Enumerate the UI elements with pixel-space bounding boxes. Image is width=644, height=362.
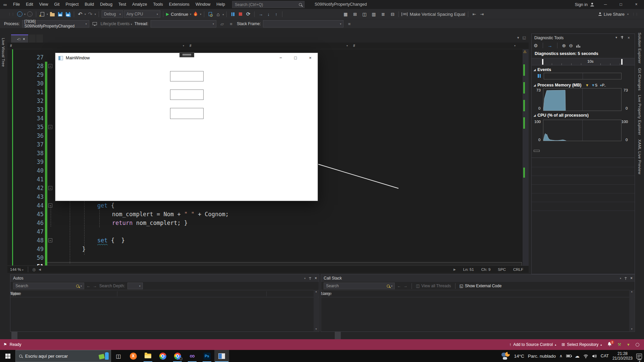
bottom-tab-0[interactable] [11,332,17,339]
column-header-1[interactable]: Lang [321,291,330,296]
diag-tab-0[interactable] [534,150,540,152]
code-line-46[interactable]: 46return nom_complert; } [7,219,523,227]
panel-close-icon[interactable]: × [628,36,630,40]
taskbar-app-xampp[interactable]: X [126,350,141,362]
bottom-tab-right-4[interactable] [347,332,353,339]
add-to-source-control-button[interactable]: ↑ Add to Source Control ▴ [509,342,556,347]
taskbar-app-chrome-profile2[interactable] [170,350,185,362]
doc-tab-0[interactable]: -□ × [11,35,28,43]
pin-icon[interactable]: -□ [17,37,20,41]
step-out-icon[interactable]: ↑ [273,10,279,18]
mainwindow-app[interactable]: MainWindow − □ × [55,53,318,201]
call-stack-scrollbar[interactable]: ▴▾ [629,290,634,331]
xaml-tool-icon-5[interactable]: ⊟ [389,10,396,18]
bottom-tab-right-6[interactable] [359,332,365,339]
menu-8[interactable]: Analyze [129,0,150,9]
breadcrumb-segment-2[interactable]: # ▾ [351,43,518,49]
memory-section-header[interactable]: ◢Process Memory (MB) [534,83,581,87]
range-handle-left[interactable] [542,59,543,65]
export-icon[interactable]: → [548,43,552,48]
select-repository-button[interactable]: ⊞ Select Repository ▴ [561,342,602,347]
task-view-button[interactable]: ◫ [111,350,126,362]
taskbar-app-photoshop[interactable]: Ps [200,350,214,362]
live-share-button[interactable]: Live Share [598,10,625,18]
menu-0[interactable]: File [10,0,23,9]
redo-dropdown-icon[interactable]: ▾ [95,13,96,16]
code-line-45[interactable]: 45nom_complert = Nom + " " + Cognom; [7,210,523,219]
onedrive-cloud-icon[interactable]: ☁ [575,353,580,359]
field-textbox[interactable] [170,89,204,100]
weather-icon[interactable] [501,352,511,360]
scroll-left-icon[interactable]: ◀ [39,268,41,271]
live-share-dropdown-icon[interactable]: ▾ [627,13,629,16]
call-stack-title-bar[interactable]: Call Stack ▾ × [321,275,635,282]
menu-6[interactable]: Debug [97,0,115,9]
hot-reload-icon[interactable] [192,10,199,18]
taskbar-app-explorer[interactable] [141,350,155,362]
show-next-statement-icon[interactable]: → [257,10,264,18]
cpu-section-header[interactable]: ◢CPU (% of all processors) [534,113,589,118]
menu-5[interactable]: Build [82,0,97,9]
align-icon[interactable]: ⇤ [471,10,478,18]
spaces-indicator[interactable]: SPC [498,267,506,272]
menu-12[interactable]: Help [213,0,228,9]
toolbar-grip[interactable]: ⋮⋮ [8,12,15,16]
side-tab-3[interactable]: XAML Live Preview [638,139,642,174]
process-dropdown[interactable]: [7836] S09INotifyPropertyChanged▾ [22,20,89,27]
volume-icon[interactable] [592,354,597,358]
start-button[interactable] [0,350,15,362]
back-dropdown-icon[interactable]: ▾ [24,13,25,16]
section-action[interactable] [532,167,635,176]
field-textbox[interactable] [170,71,204,81]
autos-title-bar[interactable]: Autos ▾ × [10,275,319,282]
next-frame-icon[interactable]: → [404,284,408,288]
maximize-button[interactable]: □ [613,0,629,9]
next-result-icon[interactable]: → [93,284,97,288]
keyboard-language[interactable]: CAT [601,354,609,358]
step-into-icon[interactable]: ↓ [265,10,272,18]
eol-indicator[interactable]: CRLF [513,267,523,272]
notifications-bell-button[interactable]: 2 [607,342,612,348]
prev-result-icon[interactable]: ← [87,284,91,288]
panel-dropdown-icon[interactable]: ▾ [615,36,617,39]
weather-temp[interactable]: 14°C [514,354,524,359]
xaml-tool-icon-2[interactable]: ◫ [361,10,368,18]
code-line-48[interactable]: 48−set { } [7,236,523,245]
bottom-tab-right-1[interactable] [329,332,335,339]
taskbar-app-chrome[interactable] [155,350,170,362]
app-minimize-button[interactable]: − [273,53,288,63]
diag-tab-2[interactable] [548,150,554,152]
zoom-in-icon[interactable]: ⊕ [562,43,566,48]
xaml-tool-icon-1[interactable]: ⊞ [352,10,358,18]
menu-3[interactable]: Git [51,0,63,9]
menu-2[interactable]: View [36,0,51,9]
distribute-icon[interactable]: ⇥ [479,10,485,18]
code-line-44[interactable]: 44−get { [7,201,523,210]
bottom-tab-right-2[interactable] [335,332,341,339]
code-line-49[interactable]: 49} [7,245,523,253]
events-section-header[interactable]: ◢Events [534,67,551,72]
xaml-tool-icon-3[interactable]: ▥ [370,10,377,18]
pin-icon[interactable] [309,277,312,280]
zoom-out-icon[interactable]: ⊖ [569,43,573,48]
platform-dropdown[interactable]: Any CPU▾ [124,10,160,18]
close-button[interactable]: × [629,0,644,9]
minimize-button[interactable]: ─ [598,0,613,9]
wifi-icon[interactable] [583,354,588,358]
search-input[interactable]: Search ▾ [324,283,395,289]
fold-marker[interactable]: − [48,64,52,68]
quick-search-input[interactable]: Search (Ctrl+Q) [232,1,305,8]
stop-debugging-icon[interactable] [239,12,242,16]
app-maximize-button[interactable]: □ [288,53,303,63]
taskbar-search-input[interactable]: Escriu aquí per cercar [15,350,111,362]
search-input[interactable]: Search ▾ [13,283,84,289]
taskbar-app-active[interactable] [214,350,229,362]
continue-button[interactable]: ▶ Continue ▾ [166,10,191,18]
panel-close-icon[interactable]: × [315,276,317,281]
doc-tab-2[interactable]: -□ × [36,35,43,43]
bottom-tab-1[interactable] [17,332,23,339]
restart-icon[interactable]: ⟳ [245,10,252,18]
weather-desc[interactable]: Parc. nublado [528,354,556,359]
break-all-icon[interactable] [231,12,234,16]
doc-tab-1[interactable]: -□ × [29,35,36,43]
